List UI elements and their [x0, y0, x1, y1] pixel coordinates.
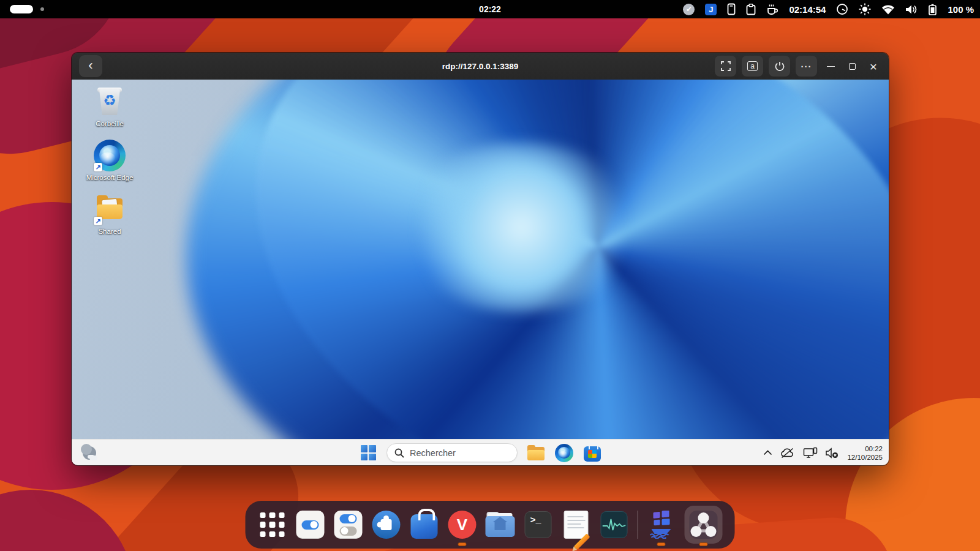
extensions-icon [372, 511, 401, 539]
desktop-icon-microsoft-edge[interactable]: ↗ Microsoft Edge [81, 140, 138, 181]
edge-icon [555, 444, 573, 462]
edge-icon: ↗ [94, 140, 126, 171]
running-indicator [699, 542, 708, 546]
back-button[interactable]: ‹ [79, 55, 102, 77]
terminal-icon: >_ [525, 511, 552, 538]
volume-muted-icon[interactable] [826, 448, 839, 459]
toggle-on [340, 514, 357, 523]
start-logo-pane [369, 445, 376, 452]
brightness-icon[interactable] [859, 3, 871, 15]
text-editor-icon [564, 511, 589, 539]
shortcut-arrow-badge: ↗ [94, 217, 102, 225]
dock-software-button[interactable] [410, 501, 439, 549]
minimize-icon [827, 66, 835, 67]
minimize-button[interactable] [823, 56, 839, 77]
start-logo-pane [361, 454, 368, 461]
keyboard-a-glyph: a [747, 61, 758, 71]
phone-icon[interactable] [727, 3, 736, 15]
software-bag-icon [411, 514, 438, 539]
battery-icon[interactable] [928, 4, 937, 15]
coffee-cup-icon[interactable] [766, 4, 778, 15]
keyboard-button[interactable]: a [742, 56, 763, 77]
text-line [568, 527, 584, 528]
topbar-status-area[interactable]: ✓ J 02:14:54 100 % [683, 0, 974, 18]
topbar-status-time[interactable]: 02:14:54 [789, 4, 826, 15]
edge-taskbar-button[interactable] [552, 441, 576, 465]
settings-icon [334, 511, 363, 539]
windows-logo-icon [361, 445, 376, 460]
dock-separator [638, 511, 638, 539]
start-button[interactable] [356, 441, 380, 465]
rdp-connection-window: ‹ rdp://127.0.0.1:3389 a ··· × [72, 53, 889, 465]
wallpaper-shape [0, 490, 135, 551]
dock-winboat-button[interactable] [647, 501, 676, 549]
grid-dot [270, 522, 275, 527]
shortcut-arrow-badge: ↗ [94, 163, 102, 171]
dock-text-editor-button[interactable] [562, 501, 591, 549]
focused-app-highlight [685, 506, 723, 544]
gnome-dock: V >_ [246, 501, 735, 549]
files-icon [486, 512, 515, 538]
dock-app-grid-button[interactable] [258, 501, 287, 549]
menu-button[interactable]: ··· [796, 56, 817, 77]
grid-dot [260, 531, 266, 537]
dock-files-button[interactable] [486, 501, 515, 549]
tray-chevron-up-icon[interactable] [763, 450, 772, 455]
taskbar-center-group: Rechercher [356, 440, 605, 465]
running-indicator [657, 542, 666, 546]
file-explorer-icon [527, 445, 545, 461]
widgets-weather-button[interactable] [80, 444, 99, 462]
store-window [588, 450, 597, 458]
dock-settings-button[interactable] [334, 501, 363, 549]
desktop-icon-shared[interactable]: ↗ Shared [81, 193, 138, 235]
desktop-icon-corbeille[interactable]: ♻ Corbeille [81, 86, 138, 127]
toggle-off [340, 527, 357, 536]
running-indicator [458, 542, 467, 546]
icon-label: Shared [98, 228, 121, 235]
cloud [89, 455, 97, 460]
clipboard-icon[interactable] [746, 4, 756, 15]
grid-dot [270, 512, 275, 518]
grid-dot [260, 522, 266, 527]
search-placeholder: Rechercher [410, 448, 456, 458]
maximize-button[interactable] [844, 56, 860, 77]
power-button[interactable] [769, 56, 790, 77]
app-grid-icon [260, 512, 285, 537]
search-icon [394, 448, 404, 458]
dock-system-monitor-button[interactable] [600, 501, 629, 549]
volume-icon[interactable] [905, 4, 918, 15]
dock-extensions-button[interactable] [372, 501, 401, 549]
speedometer-icon[interactable] [836, 3, 848, 15]
start-logo-pane [361, 445, 368, 452]
maximize-icon [849, 63, 856, 70]
moon-cloud-icon [83, 446, 96, 460]
taskbar-clock[interactable]: 00:22 12/10/2025 [847, 444, 883, 462]
grid-dot [279, 512, 284, 518]
close-button[interactable]: × [865, 56, 881, 77]
window-titlebar[interactable]: ‹ rdp://127.0.0.1:3389 a ··· × [72, 53, 889, 80]
wifi-icon[interactable] [881, 4, 895, 15]
connections-icon [690, 511, 718, 539]
taskbar-search-box[interactable]: Rechercher [386, 443, 518, 462]
text-line [568, 516, 584, 517]
onedrive-cloud-slash-icon[interactable] [780, 448, 795, 459]
icon-label: Microsoft Edge [86, 174, 134, 181]
joplin-icon[interactable]: J [705, 4, 717, 15]
window-controls: a ··· × [715, 56, 881, 77]
battery-percentage[interactable]: 100 % [948, 4, 974, 15]
close-icon: × [870, 60, 877, 73]
dock-console-button[interactable]: >_ [524, 501, 553, 549]
file-explorer-button[interactable] [524, 441, 548, 465]
microsoft-store-button[interactable] [580, 441, 605, 465]
fullscreen-button[interactable] [715, 56, 736, 77]
dock-connections-button[interactable] [685, 501, 723, 549]
windows-taskbar: Rechercher [72, 439, 889, 465]
check-circle-icon[interactable]: ✓ [683, 4, 695, 15]
dock-vivaldi-button[interactable]: V [448, 501, 477, 549]
dock-tweaks-button[interactable] [296, 501, 325, 549]
remote-windows-desktop[interactable]: ♻ Corbeille ↗ Microsoft Edge ↗ [72, 80, 889, 439]
icon-label: Corbeille [96, 120, 123, 127]
display-phone-icon[interactable] [803, 447, 818, 459]
vivaldi-icon: V [448, 511, 477, 539]
toggle-on [302, 520, 319, 530]
